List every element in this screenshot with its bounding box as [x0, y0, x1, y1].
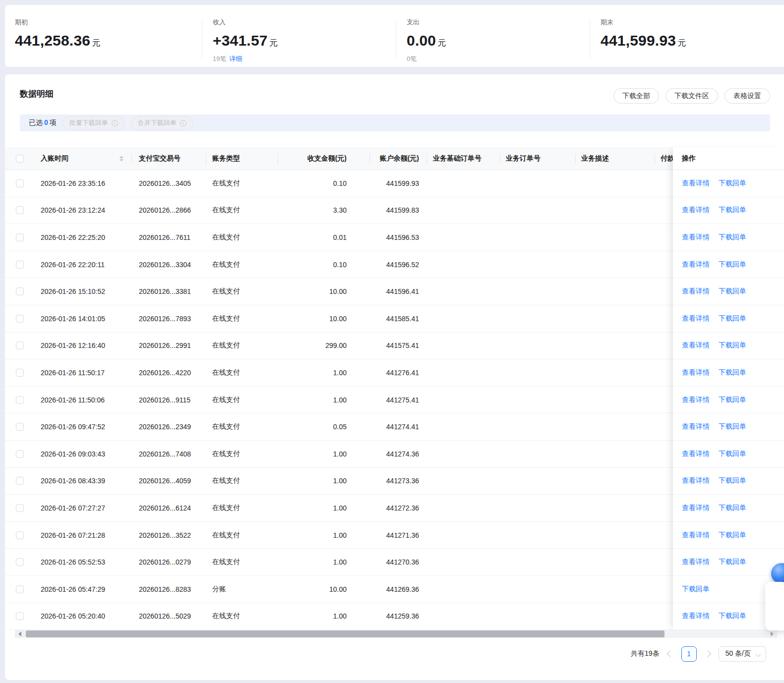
view-details-link[interactable]: 查看详情: [682, 476, 710, 485]
income-detail-link[interactable]: 详细: [229, 55, 242, 62]
cell-type: 在线支付: [206, 396, 278, 404]
download-receipt-link[interactable]: 下载回单: [719, 287, 746, 296]
view-details-link[interactable]: 查看详情: [682, 612, 710, 621]
download-receipt-link[interactable]: 下载回单: [719, 450, 746, 458]
cell-amount: 1.00: [278, 612, 369, 620]
sort-icon[interactable]: [120, 156, 123, 162]
view-details-link[interactable]: 查看详情: [682, 341, 710, 350]
download-receipt-link[interactable]: 下载回单: [719, 179, 746, 188]
view-details-link[interactable]: 查看详情: [682, 287, 710, 296]
row-checkbox[interactable]: [16, 396, 24, 404]
table-row: 2026-01-26 14:01:05 20260126...7893 在线支付…: [5, 305, 784, 333]
view-details-link[interactable]: 查看详情: [682, 396, 710, 404]
row-checkbox[interactable]: [16, 287, 24, 295]
view-details-link[interactable]: 查看详情: [682, 206, 710, 215]
cell-time: 2026-01-26 11:50:17: [31, 369, 131, 377]
summary-opening-value: 441,258.36元: [15, 32, 202, 49]
row-checkbox[interactable]: [16, 179, 24, 187]
download-all-button[interactable]: 下载全部: [613, 88, 659, 104]
row-checkbox[interactable]: [16, 612, 24, 620]
row-checkbox[interactable]: [16, 504, 24, 512]
data-detail-panel: 数据明细 下载全部 下载文件区 表格设置 已选0项 批量下载回单i 合并下载回单…: [5, 74, 784, 680]
table-body: 2026-01-26 23:35:16 20260126...3405 在线支付…: [5, 170, 784, 630]
cell-type: 分账: [206, 585, 278, 594]
download-receipt-link[interactable]: 下载回单: [719, 476, 746, 485]
header-time[interactable]: 入账时间: [31, 147, 131, 170]
view-details-link[interactable]: 查看详情: [682, 450, 710, 458]
horizontal-scrollbar[interactable]: [15, 630, 777, 638]
row-checkbox[interactable]: [16, 261, 24, 269]
cell-amount: 1.00: [278, 450, 369, 458]
row-checkbox[interactable]: [16, 342, 24, 349]
download-receipt-link[interactable]: 下载回单: [719, 206, 746, 215]
download-receipt-link[interactable]: 下载回单: [719, 341, 746, 350]
table-settings-button[interactable]: 表格设置: [724, 88, 770, 104]
view-details-link[interactable]: 查看详情: [682, 260, 710, 269]
cell-balance: 441599.83: [369, 206, 426, 214]
cell-txn: 20260126...7611: [131, 233, 206, 241]
download-zone-button[interactable]: 下载文件区: [665, 88, 718, 104]
page-number-button[interactable]: 1: [681, 646, 697, 662]
table-row: 2026-01-26 22:20:11 20260126...3304 在线支付…: [5, 251, 784, 279]
page-title: 数据明细: [20, 88, 54, 100]
prev-page-button[interactable]: [667, 650, 674, 657]
next-page-button[interactable]: [704, 650, 711, 657]
download-receipt-link[interactable]: 下载回单: [719, 260, 746, 269]
header-actions: 操作: [673, 147, 784, 170]
cell-balance: 441275.41: [369, 396, 426, 404]
summary-expense: 支出 0.00元 0笔: [396, 18, 590, 67]
view-details-link[interactable]: 查看详情: [682, 422, 710, 431]
view-details-link[interactable]: 查看详情: [682, 368, 710, 377]
download-receipt-link[interactable]: 下载回单: [719, 314, 746, 323]
download-receipt-link[interactable]: 下载回单: [719, 558, 746, 567]
view-details-link[interactable]: 查看详情: [682, 233, 710, 242]
row-checkbox[interactable]: [16, 531, 24, 539]
cell-txn: 20260126...7408: [131, 450, 206, 458]
view-details-link[interactable]: 查看详情: [682, 504, 710, 512]
download-receipt-link[interactable]: 下载回单: [719, 368, 746, 377]
cell-balance: 441272.36: [369, 504, 426, 512]
selected-count-text: 已选0项: [29, 118, 57, 127]
floating-side-panel[interactable]: [765, 582, 784, 630]
row-checkbox[interactable]: [16, 558, 24, 566]
cell-time: 2026-01-26 08:43:39: [31, 477, 131, 485]
batch-download-button[interactable]: 批量下载回单i: [62, 116, 125, 130]
action-row: 查看详情 下载回单: [673, 170, 784, 197]
view-details-link[interactable]: 查看详情: [682, 531, 710, 540]
table-row: 2026-01-26 09:03:43 20260126...7408 在线支付…: [5, 441, 784, 468]
info-icon: i: [180, 120, 186, 126]
row-checkbox[interactable]: [16, 369, 24, 377]
download-receipt-link[interactable]: 下载回单: [719, 233, 746, 242]
download-receipt-link[interactable]: 下载回单: [719, 612, 746, 621]
select-all-checkbox[interactable]: [16, 155, 24, 163]
download-receipt-link[interactable]: 下载回单: [719, 422, 746, 431]
summary-opening: 期初 441,258.36元: [5, 18, 202, 67]
scrollbar-thumb[interactable]: [26, 630, 664, 637]
cell-type: 在线支付: [206, 450, 278, 458]
table-row: 2026-01-26 11:50:17 20260126...4220 在线支付…: [5, 359, 784, 387]
view-details-link[interactable]: 查看详情: [682, 314, 710, 323]
download-receipt-link[interactable]: 下载回单: [719, 396, 746, 404]
row-checkbox[interactable]: [16, 233, 24, 241]
row-checkbox[interactable]: [16, 585, 24, 593]
view-details-link[interactable]: 查看详情: [682, 179, 710, 188]
download-receipt-link[interactable]: 下载回单: [719, 531, 746, 540]
scroll-right-button[interactable]: [767, 630, 777, 638]
view-details-link[interactable]: 查看详情: [682, 558, 710, 567]
download-receipt-link[interactable]: 下载回单: [719, 504, 746, 512]
cell-type: 在线支付: [206, 476, 278, 485]
scroll-left-button[interactable]: [15, 630, 25, 638]
download-receipt-link[interactable]: 下载回单: [682, 585, 710, 594]
merge-download-button[interactable]: 合并下载回单i: [131, 116, 193, 130]
page-size-select[interactable]: 50 条/页: [719, 646, 766, 662]
header-base-order: 业务基础订单号: [426, 147, 500, 170]
row-checkbox[interactable]: [16, 477, 24, 485]
summary-opening-label: 期初: [15, 18, 202, 27]
row-checkbox[interactable]: [16, 450, 24, 458]
row-checkbox[interactable]: [16, 315, 24, 323]
row-checkbox[interactable]: [16, 423, 24, 431]
cell-time: 2026-01-26 09:03:43: [31, 450, 131, 458]
row-checkbox[interactable]: [16, 206, 24, 214]
cell-balance: 441596.53: [369, 233, 426, 241]
cell-amount: 10.00: [278, 315, 369, 323]
